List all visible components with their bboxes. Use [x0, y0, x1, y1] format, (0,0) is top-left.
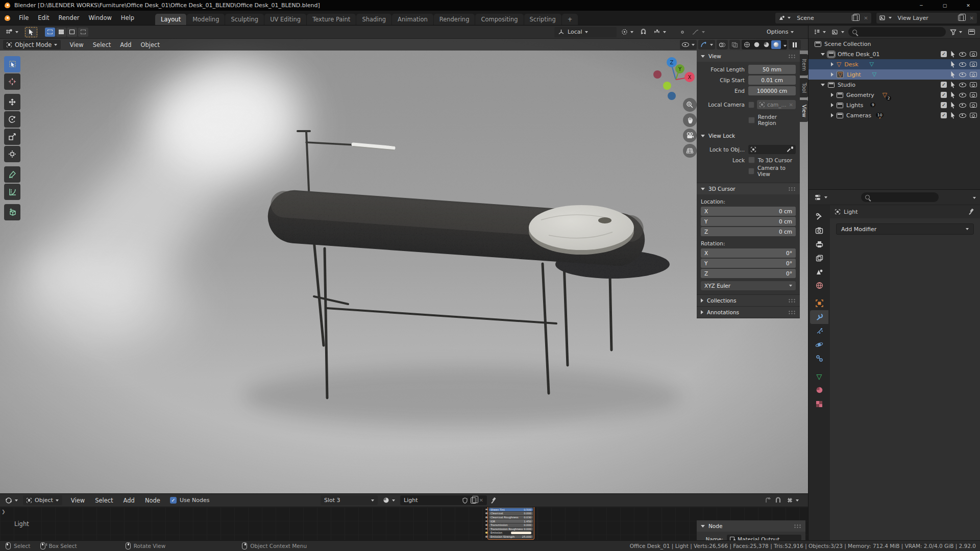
- new-collection-button[interactable]: [966, 27, 977, 37]
- collections-panel-header[interactable]: Collections: [697, 295, 800, 306]
- menu-edit[interactable]: Edit: [33, 11, 54, 25]
- expand-icon[interactable]: [831, 113, 834, 117]
- rotation-mode-dropdown[interactable]: XYZ Euler: [701, 281, 796, 290]
- pause-render-button[interactable]: [789, 40, 801, 49]
- maximize-button[interactable]: ▢: [933, 0, 957, 11]
- render-visibility-icon[interactable]: [970, 72, 977, 77]
- workspace-tab-animation[interactable]: Animation: [392, 14, 433, 25]
- hide-icon[interactable]: [959, 113, 966, 118]
- selectable-icon[interactable]: [950, 82, 955, 88]
- scene-browse-icon[interactable]: [775, 13, 794, 23]
- snap-grid-dropdown[interactable]: [785, 495, 801, 505]
- proportional-editing-toggle[interactable]: [677, 27, 688, 37]
- outliner-item-desk[interactable]: ▽ Desk ▽: [808, 59, 980, 69]
- viewport-menu-object[interactable]: Object: [136, 39, 164, 51]
- selectable-icon[interactable]: [950, 71, 955, 78]
- tool-cursor[interactable]: [4, 73, 20, 90]
- annotations-panel-header[interactable]: Annotations: [697, 307, 800, 318]
- view-layer-name[interactable]: View Layer: [895, 13, 955, 23]
- shader-type-dropdown[interactable]: Object: [23, 495, 62, 505]
- viewport-menu-select[interactable]: Select: [88, 39, 115, 51]
- hide-icon[interactable]: [959, 83, 966, 87]
- tab-modifiers[interactable]: [810, 310, 828, 324]
- tool-select-box[interactable]: [4, 56, 20, 72]
- panel-drag-handle[interactable]: [788, 54, 796, 59]
- hide-icon[interactable]: [959, 72, 966, 77]
- properties-options-dropdown[interactable]: [970, 194, 976, 201]
- properties-editor-type-icon[interactable]: [813, 192, 829, 202]
- selectable-icon[interactable]: [950, 112, 955, 119]
- outliner-filter-dropdown[interactable]: [812, 27, 828, 37]
- workspace-tab-texture-paint[interactable]: Texture Paint: [307, 14, 356, 25]
- selectable-icon[interactable]: [950, 51, 955, 58]
- tool-transform[interactable]: [4, 146, 20, 162]
- gizmos-dropdown[interactable]: [698, 40, 715, 49]
- snap-toggle-icon[interactable]: [638, 27, 649, 37]
- xray-toggle[interactable]: [729, 40, 740, 49]
- tab-particles[interactable]: [810, 324, 828, 338]
- selectable-icon[interactable]: [950, 92, 955, 98]
- sidebar-collapse-arrow[interactable]: ❯: [2, 509, 6, 514]
- remove-view-layer-icon[interactable]: ✕: [967, 13, 977, 23]
- clear-local-camera-icon[interactable]: ✕: [789, 102, 793, 108]
- new-scene-icon[interactable]: [849, 13, 861, 23]
- outliner-item-lights[interactable]: Lights 9: [808, 100, 980, 110]
- outliner-filter-funnel-dropdown[interactable]: [948, 27, 964, 37]
- focal-length-field[interactable]: 50 mm: [748, 65, 796, 74]
- navigation-gizmo[interactable]: Z Y X: [649, 54, 700, 103]
- outliner-item-light[interactable]: ▽ Light ▽: [808, 69, 980, 80]
- cursor-panel-header[interactable]: 3D Cursor: [697, 183, 800, 194]
- exclude-checkbox[interactable]: [941, 82, 947, 88]
- sidebar-tab-item[interactable]: Item: [800, 54, 808, 76]
- snapping-dropdown[interactable]: [651, 27, 668, 37]
- expand-icon[interactable]: [831, 103, 834, 107]
- hide-icon[interactable]: [959, 103, 966, 108]
- tab-texture[interactable]: [810, 397, 828, 411]
- outliner-search-input[interactable]: [848, 27, 946, 37]
- fake-user-shield-icon[interactable]: [462, 497, 468, 504]
- pin-icon[interactable]: [969, 209, 975, 215]
- outliner-scene-collection[interactable]: Scene Collection: [808, 39, 980, 49]
- tab-material[interactable]: [810, 383, 828, 397]
- selectable-icon[interactable]: [950, 61, 955, 68]
- cursor-loc-x[interactable]: X0 cm: [701, 207, 796, 216]
- viewport-menu-add[interactable]: Add: [115, 39, 136, 51]
- select-mode-set[interactable]: [45, 28, 55, 37]
- view-lock-header[interactable]: View Lock: [701, 130, 796, 141]
- principled-bsdf-node[interactable]: Sheen0.000 Sheen Tint0.500 Clearcoat0.00…: [487, 507, 534, 540]
- expand-icon[interactable]: [831, 62, 834, 66]
- editor-type-3d-viewport-icon[interactable]: [3, 27, 20, 37]
- menu-window[interactable]: Window: [84, 11, 116, 25]
- hide-icon[interactable]: [959, 62, 966, 67]
- node-name-field[interactable]: Material Output: [727, 535, 801, 540]
- close-button[interactable]: ✕: [957, 0, 980, 11]
- camera-view-button[interactable]: [683, 129, 697, 142]
- active-tool-select-box[interactable]: [24, 27, 38, 38]
- node-panel-header[interactable]: Node: [697, 520, 805, 532]
- local-camera-checkbox[interactable]: [748, 102, 754, 108]
- tab-constraints[interactable]: [810, 352, 828, 365]
- render-visibility-icon[interactable]: [970, 103, 977, 108]
- panel-drag-handle[interactable]: [788, 310, 796, 315]
- object-visibility-dropdown[interactable]: [680, 40, 697, 49]
- blender-menu-icon[interactable]: [4, 15, 11, 21]
- menu-help[interactable]: Help: [116, 11, 139, 25]
- material-name-field[interactable]: Light ✕: [400, 495, 487, 505]
- tool-annotate[interactable]: [4, 166, 20, 183]
- shading-wireframe-icon[interactable]: [742, 40, 752, 49]
- select-mode-intersect[interactable]: [78, 28, 88, 37]
- copy-material-icon[interactable]: [471, 497, 476, 504]
- menu-file[interactable]: File: [14, 11, 33, 25]
- clip-start-field[interactable]: 0.01 cm: [748, 76, 796, 85]
- tab-object-data[interactable]: ▽: [810, 369, 828, 383]
- tab-physics[interactable]: [810, 338, 828, 352]
- pan-button[interactable]: [683, 113, 697, 127]
- snap-node-icon[interactable]: [775, 497, 781, 504]
- cursor-loc-z[interactable]: Z0 cm: [701, 227, 796, 236]
- workspace-tab-compositing[interactable]: Compositing: [475, 14, 523, 25]
- unlink-material-icon[interactable]: ✕: [479, 497, 483, 503]
- render-visibility-icon[interactable]: [970, 92, 977, 97]
- tool-move[interactable]: [4, 94, 20, 110]
- lock-to-3d-cursor-checkbox[interactable]: [748, 157, 755, 163]
- shader-editor-type-icon[interactable]: [3, 495, 20, 505]
